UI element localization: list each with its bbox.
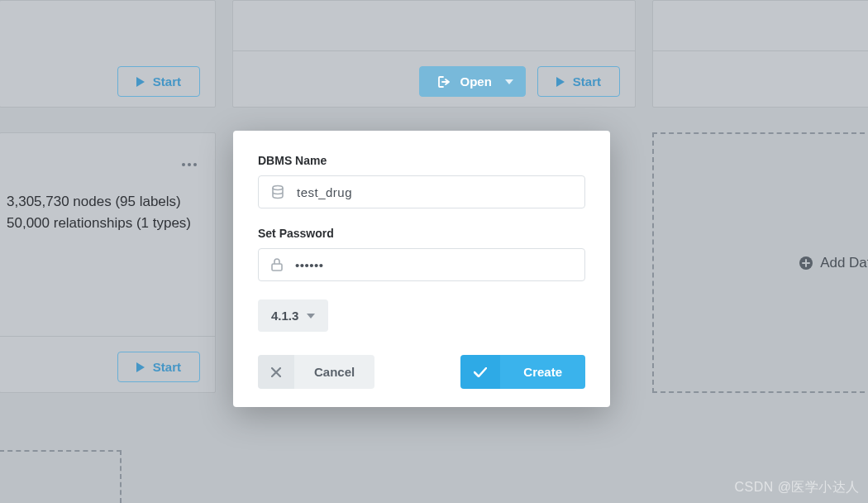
cancel-button[interactable]: Cancel [258, 355, 374, 389]
lock-icon [270, 257, 284, 272]
start-label: Start [153, 74, 181, 89]
play-icon [136, 362, 145, 372]
database-icon [270, 184, 285, 199]
open-button[interactable]: Open [419, 66, 525, 97]
nodes-count-text: 3,305,730 nodes (95 labels) [7, 191, 203, 213]
start-label: Start [573, 74, 601, 89]
version-select[interactable]: 4.1.3 [258, 299, 328, 332]
start-label: Start [153, 360, 181, 374]
plus-circle-icon [799, 256, 813, 271]
add-database-fragment [0, 450, 122, 503]
start-button[interactable]: Start [537, 66, 620, 97]
relationships-count-text: 50,000 relationships (1 types) [7, 213, 203, 234]
db-card: 3,305,730 nodes (95 labels) 50,000 relat… [0, 132, 216, 393]
more-menu-icon[interactable] [182, 163, 197, 166]
create-label: Create [500, 355, 585, 389]
svg-point-1 [273, 186, 283, 190]
dbms-name-input[interactable] [297, 185, 573, 199]
password-label: Set Password [258, 227, 585, 240]
open-icon [438, 76, 451, 88]
start-button[interactable]: Start [117, 66, 200, 97]
version-value: 4.1.3 [271, 309, 298, 323]
password-field[interactable] [258, 248, 585, 281]
dbms-name-field[interactable] [258, 175, 585, 208]
close-icon [258, 355, 294, 389]
open-label: Open [460, 74, 491, 89]
svg-rect-2 [272, 264, 282, 271]
chevron-down-icon [307, 314, 315, 319]
watermark-text: CSDN @医学小达人 [734, 479, 860, 496]
add-database-label: Add Database [820, 255, 868, 271]
cancel-label: Cancel [294, 355, 374, 389]
dbms-name-label: DBMS Name [258, 154, 585, 167]
start-button[interactable]: Start [117, 352, 200, 382]
create-button[interactable]: Create [460, 355, 585, 389]
add-database-button[interactable]: Add Database [652, 132, 868, 393]
db-card: Open Start [232, 0, 636, 108]
db-card: Start [0, 0, 216, 108]
password-input[interactable] [295, 258, 573, 272]
db-card: Open [652, 0, 868, 108]
play-icon [556, 77, 565, 87]
chevron-down-icon [505, 79, 513, 84]
check-icon [460, 355, 500, 389]
create-dbms-modal: DBMS Name Set Password 4.1.3 Cancel Crea… [233, 131, 610, 407]
play-icon [136, 77, 145, 87]
